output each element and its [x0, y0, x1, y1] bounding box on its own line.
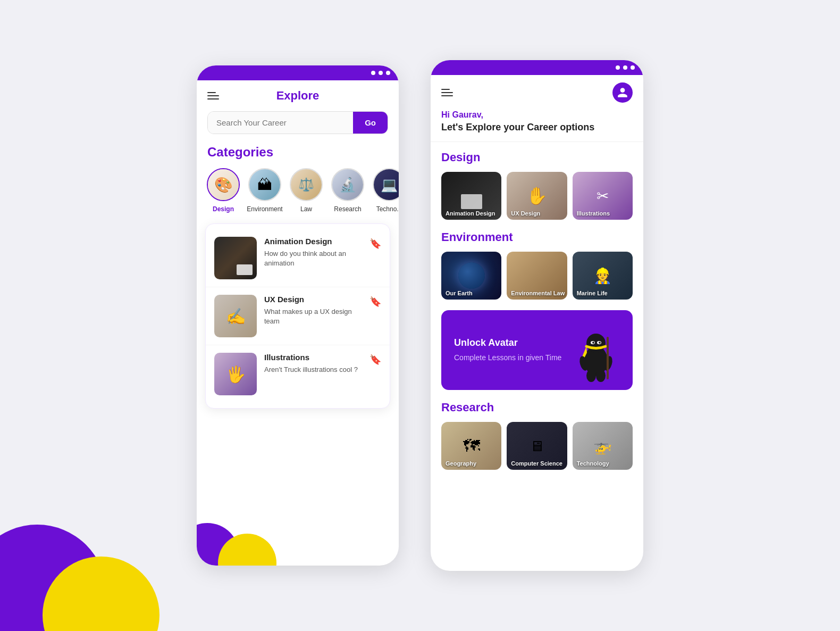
p2-menu-icon[interactable]	[441, 89, 453, 96]
card-desc-illus: Aren't Truck illustrations cool ?	[264, 365, 362, 375]
card-thumb-ux	[214, 295, 257, 337]
category-law[interactable]: Law	[290, 168, 322, 213]
thumb-label-illus: Illustrations	[577, 210, 610, 217]
thumb-ux-design[interactable]: UX Design	[507, 172, 567, 220]
menu-line-2	[207, 95, 219, 96]
thumb-environmental-law[interactable]: Environmental Law	[507, 252, 567, 300]
thumb-label-env-law: Environmental Law	[511, 290, 565, 296]
thumb-our-earth[interactable]: Our Earth	[441, 252, 501, 300]
svg-point-5	[599, 342, 601, 344]
card-title-ux: UX Design	[264, 295, 362, 304]
cat-env-img	[249, 169, 280, 200]
thumb-label-drone: Technology	[577, 460, 609, 467]
greeting-hi: Hi Gaurav,	[441, 110, 633, 120]
menu-icon[interactable]	[207, 92, 219, 99]
cat-label-env: Environment	[247, 205, 282, 213]
search-go-button[interactable]: Go	[353, 112, 388, 134]
greeting-subtitle: Let's Explore your Career options	[441, 122, 633, 133]
thumb-map[interactable]: Geography	[441, 422, 501, 470]
thumb-label-earth: Our Earth	[446, 290, 473, 296]
p2-greeting: Hi Gaurav, Let's Explore your Career opt…	[431, 110, 643, 142]
search-input[interactable]	[208, 112, 353, 134]
card-content-ux: UX Design What makes up a UX design team	[264, 295, 362, 326]
thumb-drone[interactable]: Technology	[573, 422, 633, 470]
p2-menu-line-3	[441, 95, 453, 96]
cat-label-tech: Techno...	[376, 205, 399, 213]
p2-header	[431, 75, 643, 110]
card-thumb-illus	[214, 353, 257, 395]
phone-2: Hi Gaurav, Let's Explore your Career opt…	[431, 60, 643, 571]
category-env-circle	[248, 168, 281, 201]
thumb-animation-design[interactable]: Animation Design	[441, 172, 501, 220]
menu-line-1	[207, 92, 216, 93]
thumb-label-marine: Marine Life	[577, 290, 608, 296]
svg-rect-8	[607, 337, 609, 379]
user-avatar-button[interactable]	[612, 82, 633, 103]
category-law-circle	[290, 168, 323, 201]
cards-container: Animation Design How do you think about …	[205, 223, 390, 409]
cat-label-design: Design	[213, 205, 234, 213]
ninja-svg	[572, 321, 620, 385]
p1-header: Explore	[197, 80, 399, 111]
categories-title: Categories	[207, 145, 388, 160]
category-design-circle	[207, 168, 240, 201]
card-thumb-anim	[214, 237, 257, 279]
card-title-illus: Illustrations	[264, 353, 362, 362]
design-thumb-grid: Animation Design UX Design Illustrations	[441, 172, 633, 220]
thumb-label-comp-sci: Computer Science	[511, 460, 562, 467]
research-thumb-grid: Geography Computer Science Technology	[441, 422, 633, 470]
card-content-illus: Illustrations Aren't Truck illustrations…	[264, 353, 362, 375]
p2-menu-line-1	[441, 89, 450, 90]
bookmark-illus[interactable]: 🔖	[369, 354, 381, 366]
ninja-figure	[572, 321, 620, 379]
user-avatar-icon	[617, 87, 628, 98]
status-bar-1	[197, 65, 399, 80]
environment-thumb-grid: Our Earth Environmental Law Marine Life	[441, 252, 633, 300]
thumb-marine-life[interactable]: Marine Life	[573, 252, 633, 300]
card-content-anim: Animation Design How do you think about …	[264, 237, 362, 268]
thumb-label-anim-design: Animation Design	[446, 210, 495, 217]
cat-label-law: Law	[300, 205, 312, 213]
p2-status-dot-3	[631, 65, 635, 70]
phone-1: Explore Go Categories Design Environment…	[197, 65, 399, 566]
unlock-text: Unlock Avatar Complete Lessons in given …	[454, 337, 561, 363]
category-tech-circle	[373, 168, 399, 201]
cat-tech-img	[374, 169, 399, 200]
card-animation-design[interactable]: Animation Design How do you think about …	[206, 229, 390, 287]
status-dot-3	[386, 71, 390, 75]
category-research[interactable]: Research	[332, 168, 364, 213]
status-dot-2	[379, 71, 383, 75]
environment-section-title: Environment	[441, 230, 633, 244]
menu-line-3	[207, 98, 219, 99]
card-ux-design[interactable]: UX Design What makes up a UX design team…	[206, 287, 390, 345]
cat-label-research: Research	[334, 205, 361, 213]
thumb-label-map: Geography	[446, 460, 476, 467]
category-environment[interactable]: Environment	[249, 168, 281, 213]
thumb-computer-sci[interactable]: Computer Science	[507, 422, 567, 470]
thumb-illustrations[interactable]: Illustrations	[573, 172, 633, 220]
design-section-title: Design	[441, 151, 633, 164]
card-desc-anim: How do you think about an animation	[264, 249, 362, 268]
categories-scroll: Design Environment Law Research Techno..…	[197, 168, 399, 223]
bookmark-ux[interactable]: 🔖	[369, 296, 381, 308]
p2-status-dot-2	[623, 65, 627, 70]
cat-research-img	[332, 169, 363, 200]
unlock-title: Unlock Avatar	[454, 337, 561, 348]
card-desc-ux: What makes up a UX design team	[264, 307, 362, 326]
status-dot-1	[371, 71, 375, 75]
category-design[interactable]: Design	[207, 168, 239, 213]
search-bar[interactable]: Go	[207, 111, 388, 134]
bookmark-anim[interactable]: 🔖	[369, 238, 381, 250]
card-title-anim: Animation Design	[264, 237, 362, 246]
category-tech[interactable]: Techno...	[373, 168, 399, 213]
svg-point-4	[592, 342, 594, 344]
unlock-avatar-banner[interactable]: Unlock Avatar Complete Lessons in given …	[441, 310, 633, 390]
card-illustrations[interactable]: Illustrations Aren't Truck illustrations…	[206, 345, 390, 403]
svg-point-1	[586, 334, 606, 353]
unlock-description: Complete Lessons in given Time	[454, 353, 561, 363]
p2-status-dot-1	[616, 65, 620, 70]
cat-design-img	[208, 169, 239, 200]
cat-law-img	[291, 169, 322, 200]
thumb-label-ux-design: UX Design	[511, 210, 540, 217]
category-research-circle	[331, 168, 364, 201]
